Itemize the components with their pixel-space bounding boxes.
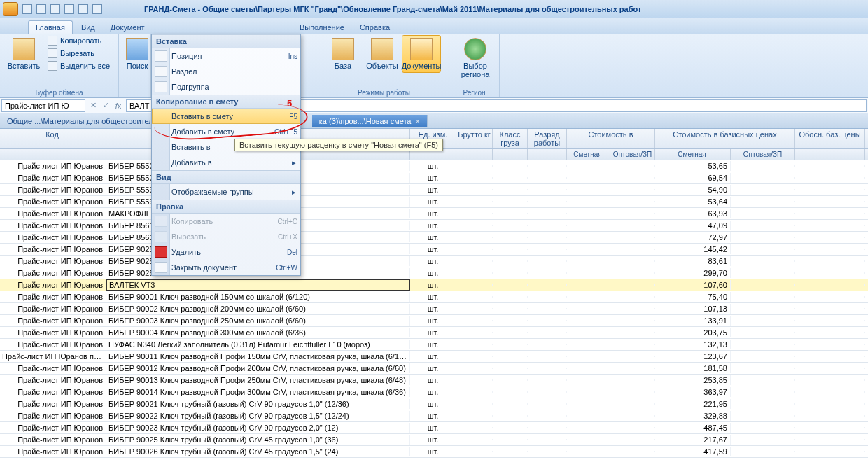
doc-tab-2-label: ка (3)\пров...\Новая смета bbox=[319, 117, 412, 125]
col-code[interactable]: Код bbox=[0, 129, 106, 148]
tab-help[interactable]: Справка bbox=[353, 21, 397, 34]
close-doc-icon bbox=[155, 262, 167, 273]
col-brutto[interactable]: Брутто кг bbox=[456, 129, 493, 148]
tab-exec[interactable]: Выполнение bbox=[293, 21, 351, 34]
menu-item-add-to[interactable]: Добавить в▸ bbox=[152, 155, 300, 170]
table-row[interactable]: Прайс-лист ИП ЮрановБИБЕР 90014 Ключ раз… bbox=[0, 386, 868, 398]
col-optovaya-1[interactable]: Оптовая/ЗП bbox=[610, 149, 655, 160]
table-row[interactable]: Прайс-лист ИП ЮрановБИБЕР 5553шт.54,90 bbox=[0, 184, 868, 196]
qat-undo-icon[interactable] bbox=[36, 4, 46, 14]
cell-name: ВАЛТЕК VT3 bbox=[106, 279, 410, 291]
table-row[interactable]: Прайс-лист ИП ЮрановБИБЕР 90004 Ключ раз… bbox=[0, 327, 868, 339]
search-icon bbox=[126, 38, 148, 60]
cell-unit: шт. bbox=[410, 304, 456, 314]
cell-smetnaya: 53,65 bbox=[655, 161, 731, 171]
qat-find-icon[interactable] bbox=[78, 4, 88, 14]
fx-icon[interactable]: fx bbox=[112, 102, 125, 110]
tab-view[interactable]: Вид bbox=[74, 21, 102, 34]
cell-unit: шт. bbox=[410, 411, 456, 421]
table-row[interactable]: Прайс-лист ИП ЮрановБИБЕР 90025 Ключ тру… bbox=[0, 434, 868, 446]
table-row[interactable]: Прайс-лист ИП ЮрановБИБЕР 90022 Ключ тру… bbox=[0, 410, 868, 422]
table-row[interactable]: Прайс-лист ИП ЮрановБИБЕР 9025шт.145,42 bbox=[0, 244, 868, 256]
table-row[interactable]: Прайс-лист ИП ЮрановБИБЕР 5552 телем (6/… bbox=[0, 160, 868, 172]
qat-copy-icon[interactable] bbox=[64, 4, 74, 14]
col-cost-current[interactable]: Стоимость в bbox=[567, 129, 655, 148]
cell-unit: шт. bbox=[410, 316, 456, 326]
cell-unit: шт. bbox=[410, 256, 456, 266]
close-tab-icon[interactable]: × bbox=[415, 117, 419, 125]
table-row[interactable]: Прайс-лист ИП ЮрановБИБЕР 90023 Ключ тру… bbox=[0, 422, 868, 434]
copy-button[interactable]: Копировать bbox=[46, 35, 111, 46]
table-row[interactable]: Прайс-лист ИП ЮрановБИБЕР 90013 Ключ раз… bbox=[0, 375, 868, 386]
table-row[interactable]: Прайс-лист ИП ЮрановБИБЕР 90012 Ключ раз… bbox=[0, 363, 868, 375]
select-all-label: Выделить все bbox=[60, 62, 110, 70]
menu-item-subgroup[interactable]: Подгруппа bbox=[152, 79, 300, 95]
cell-smetnaya: 253,85 bbox=[655, 375, 731, 385]
cell-unit: шт. bbox=[410, 399, 456, 409]
region-button[interactable]: Выбор региона bbox=[454, 35, 497, 81]
accept-formula-icon[interactable]: ✓ bbox=[99, 101, 112, 110]
col-cost-base[interactable]: Стоимость в базисных ценах bbox=[655, 129, 795, 148]
cell-code: Прайс-лист ИП Юранов bbox=[0, 328, 106, 337]
search-button[interactable]: Поиск bbox=[123, 35, 151, 73]
documents-label: Документы bbox=[402, 62, 442, 70]
table-row[interactable]: Прайс-лист ИП ЮрановМАКРОФЛЕ 9л)шт.63,93 bbox=[0, 208, 868, 220]
table-row[interactable]: Прайс-лист ИП ЮрановБИБЕР 8561 5/200)шт.… bbox=[0, 220, 868, 232]
col-smetnaya-1[interactable]: Сметная bbox=[567, 149, 610, 160]
objects-button[interactable]: Объекты bbox=[363, 35, 402, 73]
menu-item-position[interactable]: ПозицияIns bbox=[152, 48, 300, 64]
documents-button[interactable]: Документы bbox=[402, 35, 441, 73]
app-icon[interactable] bbox=[3, 2, 18, 16]
name-box[interactable]: Прайс-лист ИП Ю bbox=[1, 99, 85, 112]
qat-user-icon[interactable] bbox=[92, 4, 102, 14]
cell-unit: шт. bbox=[410, 375, 456, 385]
data-grid: Код Ед. изм. Брутто кг Класс груза Разря… bbox=[0, 129, 868, 458]
menu-item-close-doc[interactable]: Закрыть документCtrl+W bbox=[152, 260, 300, 275]
qat-redo-icon[interactable] bbox=[50, 4, 60, 14]
delete-icon bbox=[155, 246, 167, 258]
base-button[interactable]: База bbox=[323, 35, 363, 73]
cell-code: Прайс-лист ИП Юранов bbox=[0, 185, 106, 195]
ribbon-tabs: Главная Вид Документ иза Выполнение Спра… bbox=[0, 18, 868, 34]
table-row[interactable]: Прайс-лист ИП ЮрановВАЛТЕК VT3шт.107,60 bbox=[0, 279, 868, 291]
menu-item-groups[interactable]: Отображаемые группы▸ bbox=[152, 184, 300, 200]
doc-tab-2[interactable]: ка (3)\пров...\Новая смета× bbox=[312, 115, 428, 127]
table-row[interactable]: Прайс-лист ИП ЮрановБИБЕР 90002 Ключ раз… bbox=[0, 303, 868, 315]
table-row[interactable]: Прайс-лист ИП ЮрановБИБЕР 5552шт.69,54 bbox=[0, 172, 868, 184]
tab-document[interactable]: Документ bbox=[104, 21, 152, 34]
col-class[interactable]: Класс груза bbox=[493, 129, 528, 148]
menu-item-delete[interactable]: УдалитьDel bbox=[152, 244, 300, 260]
table-row[interactable]: Прайс-лист ИП ЮрановБИБЕР 9025шт.299,70 bbox=[0, 267, 868, 279]
cell-unit: шт. bbox=[410, 363, 456, 373]
col-optovaya-2[interactable]: Оптовая/ЗП bbox=[731, 149, 795, 160]
cancel-formula-icon[interactable]: ✕ bbox=[87, 101, 99, 110]
tab-main[interactable]: Главная bbox=[28, 20, 73, 34]
table-row[interactable]: Прайс-лист ИП ЮрановБИБЕР 5553 нгов (12/… bbox=[0, 196, 868, 208]
table-row[interactable]: Прайс-лист ИП Юранов поз.1170БИБЕР 90011… bbox=[0, 351, 868, 363]
menu-item-section[interactable]: Раздел bbox=[152, 64, 300, 79]
col-obosn[interactable]: Обосн. баз. цены bbox=[795, 129, 865, 148]
paste-button[interactable]: Вставить bbox=[4, 35, 43, 73]
table-row[interactable]: Прайс-лист ИП ЮрановБИБЕР 9025шт.83,61 bbox=[0, 256, 868, 267]
col-razryad[interactable]: Разряд работы bbox=[528, 129, 567, 148]
doc-tab-1[interactable]: Общие ...\Материалы для общестроител bbox=[0, 115, 161, 127]
copy-icon bbox=[48, 36, 57, 46]
cell-unit: шт. bbox=[410, 161, 456, 171]
table-row[interactable]: Прайс-лист ИП ЮрановБИБЕР 90021 Ключ тру… bbox=[0, 398, 868, 410]
select-all-button[interactable]: Выделить все bbox=[46, 60, 111, 71]
qat-save-icon[interactable] bbox=[22, 4, 32, 14]
col-smetnaya-2[interactable]: Сметная bbox=[655, 149, 731, 160]
table-row[interactable]: Прайс-лист ИП ЮрановБИБЕР 8561 5/200)шт.… bbox=[0, 232, 868, 244]
cell-smetnaya: 217,67 bbox=[655, 435, 731, 445]
cell-name: БИБЕР 90003 Ключ разводной 250мм со шкал… bbox=[106, 316, 410, 326]
table-row[interactable]: Прайс-лист ИП ЮрановПУФАС N340 Легкий за… bbox=[0, 339, 868, 351]
table-row[interactable]: Прайс-лист ИП ЮрановБИБЕР 90003 Ключ раз… bbox=[0, 315, 868, 327]
cell-smetnaya: 203,75 bbox=[655, 328, 731, 337]
table-row[interactable]: Прайс-лист ИП ЮрановБИБЕР 90001 Ключ раз… bbox=[0, 291, 868, 303]
quick-access-toolbar bbox=[22, 4, 102, 14]
document-tabs: Общие ...\Материалы для общестроител ка … bbox=[0, 113, 868, 129]
table-row[interactable]: Прайс-лист ИП ЮрановБИБЕР 90026 Ключ тру… bbox=[0, 446, 868, 458]
cut-button[interactable]: Вырезать bbox=[46, 48, 111, 59]
copy-label: Копировать bbox=[60, 36, 102, 45]
cell-code: Прайс-лист ИП Юранов bbox=[0, 304, 106, 314]
